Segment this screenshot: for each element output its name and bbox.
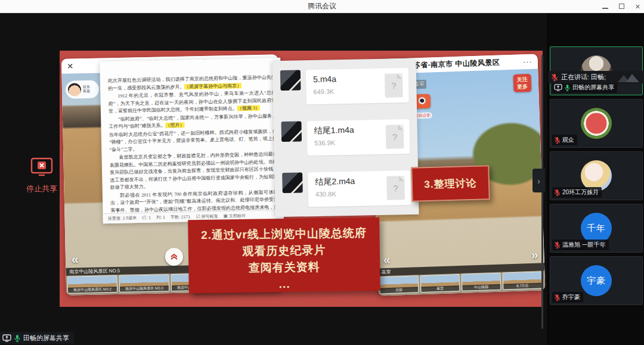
participants-sidebar: 田畅的屏幕共享 观众 20环工万姝月 千年 温雅旭 一眼千年 宇豪 乔宇豪 xyxy=(547,13,644,345)
follow-more-badge[interactable]: 关注 更多 xyxy=(513,74,531,92)
speaker-button[interactable] xyxy=(115,294,129,296)
maximize-icon xyxy=(619,4,624,9)
participant-tile[interactable]: 千年 温雅旭 一眼千年 xyxy=(550,204,643,253)
row-indicator: 行: 1 xyxy=(142,215,151,220)
spellcheck-checkbox-icon[interactable]: ☑ xyxy=(196,214,200,219)
margin-setting: 设置值: 2.5厘米 xyxy=(108,215,137,222)
forward-chevrons-icon xyxy=(169,253,178,261)
file-name: 5.m4a xyxy=(313,74,336,84)
vr-goggles-icon xyxy=(222,294,231,295)
presentation-slide: ✕ 江苏省-南京市 中山陵风景区 ··· 联系客服 南 « » xyxy=(60,51,543,307)
speaker-button[interactable] xyxy=(415,294,429,296)
avatar xyxy=(581,108,612,139)
file-name: 结尾2.m4a xyxy=(315,176,355,188)
mountains-decoration-icon xyxy=(615,73,642,82)
thumbnail-caption: 石阶 xyxy=(380,287,418,293)
pan-left-arrow[interactable]: « xyxy=(383,253,390,267)
scene-thumbnail[interactable]: 南京中山陵风景区 NO.3 xyxy=(119,274,170,293)
participant-tile[interactable]: 观众 xyxy=(550,99,643,148)
list-icon xyxy=(471,295,479,296)
grid-button[interactable] xyxy=(150,293,164,295)
follow-badge-line2: 更多 xyxy=(513,83,531,91)
file-message-bubble[interactable]: 5.m4a 649.3K ? xyxy=(306,68,409,104)
highlighted-text: （照片） xyxy=(165,122,184,128)
screen-share-source-bar: 田畅的屏幕共享 xyxy=(0,332,74,344)
audio-file-item[interactable]: 5.m4a 649.3K ? xyxy=(273,68,417,105)
list-button[interactable] xyxy=(468,293,482,296)
avatar: 宇豪 xyxy=(581,265,612,296)
mic-on-icon xyxy=(564,84,571,91)
window-titlebar: 腾讯会议 ✕ xyxy=(0,0,644,13)
grid-button[interactable] xyxy=(442,293,456,296)
audio-file-item[interactable]: 结尾2.m4a 430.8K ? xyxy=(274,170,419,208)
document-paragraph: 当年临时大总统办公室“西花厅”，还一如旧时模样。西式跨府小楼黄墙圆拱，似“骑楼”… xyxy=(109,128,278,153)
service-avatar-icon xyxy=(68,83,81,96)
screen-share-area: ✕ 江苏省-南京市 中山陵风景区 ··· 联系客服 南 « » xyxy=(0,13,547,345)
proofread-checkbox-icon[interactable]: ▣ xyxy=(223,213,228,219)
close-icon[interactable]: ✕ xyxy=(67,61,73,70)
participant-label: 20环工万姝月 xyxy=(552,187,602,198)
move-forward-button[interactable] xyxy=(165,248,183,266)
file-name: 结尾1.m4a xyxy=(314,125,354,136)
app-title: 腾讯会议 xyxy=(308,1,336,11)
participant-label: 观众 xyxy=(552,135,577,145)
vr-goggles-button[interactable] xyxy=(495,291,509,296)
mic-muted-icon xyxy=(554,189,561,196)
word-count: 字数: 2171 xyxy=(171,214,191,220)
pan-right-arrow[interactable]: » xyxy=(531,248,538,262)
speaking-toast: 正在讲话: 田畅; xyxy=(548,71,644,83)
audio-file-item[interactable]: 结尾1.m4a 536.9K ? xyxy=(273,119,417,157)
speaking-toast-text: 正在讲话: 田畅; xyxy=(561,73,612,82)
scene-thumbnail[interactable]: 南京中山陵风景区 NO.2 xyxy=(67,275,118,294)
file-size: 430.8K xyxy=(315,190,336,198)
location-button[interactable] xyxy=(388,295,402,296)
sender-avatar xyxy=(281,121,302,142)
sender-avatar xyxy=(282,172,303,193)
participant-label: 温雅旭 一眼千年 xyxy=(552,240,609,250)
file-message-bubble[interactable]: 结尾2.m4a 430.8K ? xyxy=(308,170,411,207)
document-paragraph: 袁世凯北京兵变定都之争，财政捉襟见肘，内外形势交困，种种急迫问题让袁眼花缭乱。中… xyxy=(109,151,278,191)
unknown-file-icon: ? xyxy=(386,125,404,149)
mic-muted-icon xyxy=(554,136,561,144)
scene-thumbnail[interactable]: 石阶 xyxy=(379,275,419,294)
thumbnail-caption: 南京中山陵风景区 NO.2 xyxy=(68,287,117,293)
mic-button[interactable] xyxy=(522,291,536,296)
mic-icon xyxy=(524,293,532,296)
participant-tile[interactable]: 20环工万姝月 xyxy=(550,151,643,200)
thumbnail-caption: 南京中山陵风景区 NO.3 xyxy=(120,285,169,292)
close-button[interactable]: ✕ xyxy=(635,4,640,10)
scene-thumbnail[interactable]: 墓室 xyxy=(420,274,460,293)
highlighted-text: （黑屏字幕孙中山与南京） xyxy=(184,83,242,89)
maximize-button[interactable] xyxy=(619,4,624,10)
stop-sharing-button[interactable]: 停止共享 xyxy=(13,157,70,194)
more-menu-icon[interactable]: ··· xyxy=(523,57,532,67)
thumbnail-caption: 中山陵园 xyxy=(462,284,500,291)
word-document-panel: 此次开展红色云调研活动，我们选择了南京的总统府和中山陵，重温孙中山先生的一生，感… xyxy=(100,58,284,223)
document-text: 此次开展红色云调研活动，我们选择了南京的总统府和中山陵，重温孙中山先生的一生，感… xyxy=(100,58,283,213)
screen-share-icon xyxy=(554,84,562,91)
mic-muted-icon xyxy=(554,241,561,248)
step2-banner-line: 观看历史纪录片 xyxy=(188,241,380,260)
location-button[interactable] xyxy=(80,295,94,296)
step2-banner-line: 查阅有关资料 xyxy=(188,258,380,277)
scene-thumbnail[interactable]: 中山陵园 xyxy=(462,273,501,291)
screen-share-icon xyxy=(2,334,11,342)
participant-tile[interactable]: 宇豪 乔宇豪 xyxy=(550,256,643,305)
file-message-bubble[interactable]: 结尾1.m4a 536.9K ? xyxy=(306,119,410,156)
service-label: 联系客服 xyxy=(83,85,92,94)
minimize-button[interactable] xyxy=(602,4,608,10)
customer-service-bubble[interactable]: 联系客服 xyxy=(66,80,100,99)
step2-banner-line: ... xyxy=(188,275,380,294)
minimize-icon xyxy=(602,8,608,9)
proofread-label: 文档校对 xyxy=(229,213,246,218)
pan-left-arrow[interactable]: « xyxy=(72,252,79,266)
follow-badge-line1: 关注 xyxy=(513,76,531,83)
meeting-main-area: ✕ 江苏省-南京市 中山陵风景区 ··· 联系客服 南 « » xyxy=(0,13,644,345)
mic-icon xyxy=(258,294,266,296)
unknown-file-icon: ? xyxy=(385,73,403,98)
mic-muted-icon xyxy=(554,294,561,301)
scene-thumbnail[interactable]: 8.7方位 xyxy=(502,271,542,290)
participant-label: 田畅的屏幕共享 xyxy=(552,82,617,93)
unknown-file-icon: ? xyxy=(386,176,405,200)
sidebar-collapse-button[interactable]: › xyxy=(532,169,545,192)
